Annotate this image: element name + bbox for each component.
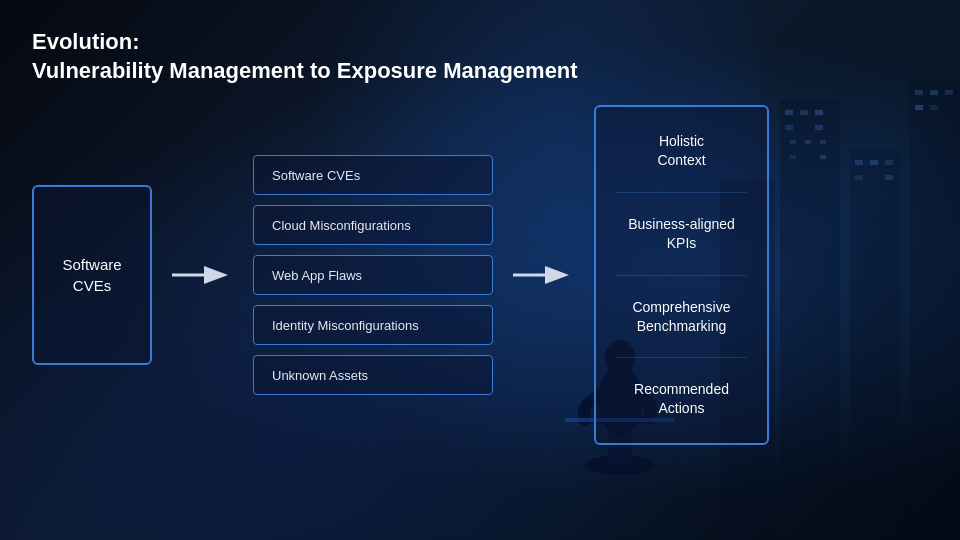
right-divider-2 (616, 357, 747, 358)
right-divider-0 (616, 192, 747, 193)
arrow-right (511, 255, 576, 295)
mid-box-1: Cloud Misconfigurations (253, 205, 493, 245)
right-divider-1 (616, 275, 747, 276)
middle-column: Software CVEs Cloud Misconfigurations We… (253, 155, 493, 395)
arrow-left-icon (170, 255, 235, 295)
mid-box-0: Software CVEs (253, 155, 493, 195)
page-title: Evolution: Vulnerability Management to E… (32, 28, 928, 85)
mid-box-3: Identity Misconfigurations (253, 305, 493, 345)
arrow-right-icon (511, 255, 576, 295)
main-content: Evolution: Vulnerability Management to E… (0, 0, 960, 540)
mid-box-label-3: Identity Misconfigurations (272, 318, 419, 333)
left-box: Software CVEs (32, 185, 152, 365)
right-item-3: Recommended Actions (616, 380, 747, 418)
right-item-2: Comprehensive Benchmarking (616, 298, 747, 336)
arrow-left (170, 255, 235, 295)
mid-box-2: Web App Flaws (253, 255, 493, 295)
right-column: Holistic Context Business-aligned KPIs C… (594, 105, 769, 445)
mid-box-label-2: Web App Flaws (272, 268, 362, 283)
left-box-label: Software CVEs (62, 254, 121, 296)
title-line1: Evolution: (32, 28, 928, 57)
diagram: Software CVEs Software CVEs Cloud Miscon… (32, 105, 928, 445)
right-item-0: Holistic Context (616, 132, 747, 170)
mid-box-label-1: Cloud Misconfigurations (272, 218, 411, 233)
mid-box-label-0: Software CVEs (272, 168, 360, 183)
mid-box-4: Unknown Assets (253, 355, 493, 395)
title-line2: Vulnerability Management to Exposure Man… (32, 57, 928, 86)
right-item-1: Business-aligned KPIs (616, 215, 747, 253)
mid-box-label-4: Unknown Assets (272, 368, 368, 383)
